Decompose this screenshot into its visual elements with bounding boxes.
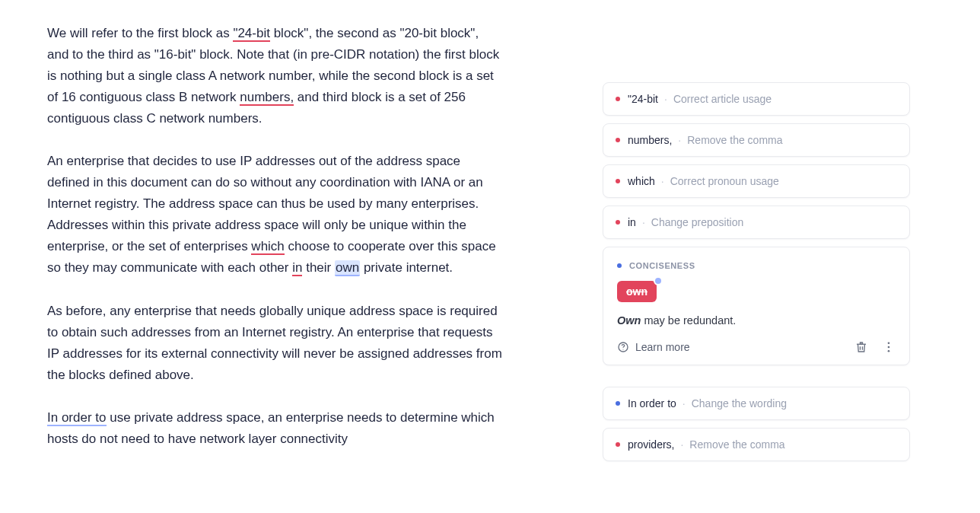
suggestions-panel: "24-bit · Correct article usage numbers,…	[542, 0, 980, 513]
suggestion-card-expanded[interactable]: CONCISENESS own Own may be redundant.	[603, 247, 910, 365]
flag-in[interactable]: in	[292, 260, 302, 276]
flag-numbers[interactable]: numbers,	[240, 90, 294, 106]
correctness-dot-icon	[616, 179, 620, 183]
flag-24-bit[interactable]: "24-bit	[233, 26, 270, 42]
suggestion-category: CONCISENESS	[617, 261, 896, 270]
separator-dot-icon: ·	[661, 175, 664, 187]
suggestion-card[interactable]: "24-bit · Correct article usage	[603, 82, 910, 116]
separator-dot-icon: ·	[680, 438, 683, 451]
suggestion-card[interactable]: in · Change preposition	[603, 206, 910, 239]
correctness-dot-icon	[616, 138, 620, 142]
svg-point-3	[888, 346, 890, 349]
svg-point-4	[888, 350, 890, 352]
dismiss-button[interactable]	[854, 340, 868, 354]
flag-which[interactable]: which	[251, 239, 284, 255]
suggestion-term: "24-bit	[628, 93, 658, 105]
separator-dot-icon: ·	[682, 397, 686, 409]
help-icon	[617, 341, 629, 353]
separator-dot-icon: ·	[678, 134, 681, 146]
suggestion-hint: Change preposition	[651, 216, 743, 228]
suggestion-term: providers,	[628, 438, 674, 451]
chip-badge-icon	[654, 276, 663, 285]
suggestion-hint: Change the wording	[692, 397, 787, 409]
flag-in-order-to[interactable]: In order to	[47, 410, 107, 426]
suggestion-hint: Remove the comma	[687, 134, 782, 146]
separator-dot-icon: ·	[664, 93, 667, 105]
paragraph: In order to use private address space, a…	[47, 407, 504, 450]
more-vertical-icon	[882, 340, 896, 354]
conciseness-dot-icon	[616, 401, 620, 406]
suggestion-card[interactable]: which · Correct pronoun usage	[603, 164, 910, 198]
correctness-dot-icon	[616, 220, 620, 225]
suggestion-hint: Remove the comma	[689, 438, 784, 451]
remove-word-chip[interactable]: own	[617, 281, 657, 302]
svg-point-1	[622, 349, 623, 350]
suggestion-term: which	[628, 175, 655, 187]
suggestion-term: In order to	[628, 397, 676, 409]
suggestion-card[interactable]: In order to · Change the wording	[603, 387, 910, 420]
paragraph: As before, any enterprise that needs glo…	[47, 301, 504, 386]
correctness-dot-icon	[616, 442, 620, 447]
suggestion-hint: Correct article usage	[673, 93, 772, 105]
suggestion-term: numbers,	[628, 134, 672, 146]
suggestion-hint: Correct pronoun usage	[670, 175, 779, 187]
conciseness-dot-icon	[617, 263, 622, 268]
suggestion-card[interactable]: providers, · Remove the comma	[603, 428, 910, 461]
more-button[interactable]	[882, 340, 896, 354]
paragraph: An enterprise that decides to use IP add…	[47, 151, 504, 279]
suggestion-description: Own may be redundant.	[617, 314, 896, 327]
trash-icon	[854, 340, 868, 354]
svg-point-2	[888, 342, 890, 344]
suggestion-card[interactable]: numbers, · Remove the comma	[603, 123, 910, 157]
editor-pane[interactable]: We will refer to the first block as "24-…	[0, 0, 542, 513]
suggestion-term: in	[628, 216, 636, 228]
correctness-dot-icon	[616, 97, 620, 101]
paragraph: We will refer to the first block as "24-…	[47, 23, 504, 129]
flag-own[interactable]: own	[335, 260, 360, 276]
separator-dot-icon: ·	[642, 216, 645, 228]
learn-more-link[interactable]: Learn more	[617, 341, 690, 353]
